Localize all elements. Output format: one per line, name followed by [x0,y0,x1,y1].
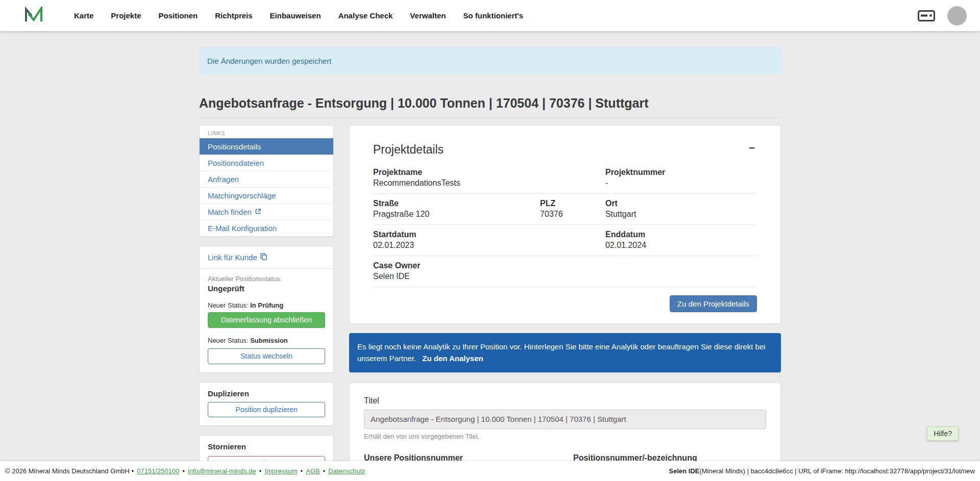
sidebar-item-match-finden[interactable]: Match finden [200,204,333,220]
new-status-2: Neuer Status: Submission [208,337,325,344]
project-details-title: Projektdetails [373,143,444,157]
nav-item-einbauweisen[interactable]: Einbauweisen [261,11,330,20]
external-link-icon [255,208,261,216]
startdatum-label: Startdatum [373,230,605,239]
startdatum-value: 02.01.2023 [373,241,605,250]
nav-item-positionen[interactable]: Positionen [150,11,207,20]
footer-left: © 2026 Mineral Minds Deutschland GmbH • … [5,467,366,475]
plz-label: PLZ [540,199,605,208]
sidebar-item-positionsdetails[interactable]: Positionsdetails [200,138,333,155]
enddatum-value: 02.01.2024 [605,241,757,250]
analytics-banner-text: Es liegt noch keine Analytik zu Ihrer Po… [357,342,766,363]
switch-status-button[interactable]: Status wechseln [208,348,325,364]
footer: © 2026 Mineral Minds Deutschland GmbH • … [0,461,980,481]
complete-data-entry-button[interactable]: Datenerfassung abschließen [208,312,325,328]
footer-phone-link[interactable]: 07151/250100 [137,467,179,475]
sidebar-item-email-konfiguration[interactable]: E-Mail Konfiguration [200,220,333,236]
user-avatar[interactable] [947,6,967,26]
page-body: Die Änderungen wurden gespeichert Angebo… [0,31,980,481]
duplicate-card: Duplizieren Position duplizieren [199,382,334,426]
cancel-title: Stornieren [208,442,325,451]
duplicate-position-button[interactable]: Position duplizieren [208,402,325,418]
field-row: Straße Pragstraße 120 PLZ 70376 Ort Stut… [373,194,757,225]
logo-icon [24,7,43,25]
page-title: Angebotsanfrage - Entsorgung | 10.000 To… [199,96,781,118]
projektname-value: RecommendationsTests [373,179,605,188]
nav-item-projekte[interactable]: Projekte [102,11,150,20]
analytics-banner: Es liegt noch keine Analytik zu Ihrer Po… [349,333,781,372]
navbar: Karte Projekte Positionen Richtpreis Ein… [0,0,980,31]
titel-label: Titel [364,396,766,406]
ort-label: Ort [605,199,757,208]
projektnummer-label: Projektnummer [605,168,757,177]
strasse-value: Pragstraße 120 [373,210,540,219]
nav-item-verwalten[interactable]: Verwalten [401,11,454,20]
collapse-button[interactable]: − [747,143,757,153]
footer-email-link[interactable]: info@mineral-minds.de [188,467,256,475]
divider [200,268,333,269]
footer-impressum-link[interactable]: Impressum [264,467,297,475]
sidebar-item-matchingvorschlaege[interactable]: Matchingvorschläge [200,187,333,204]
go-to-project-details-button[interactable]: Zu den Projektdetails [670,295,757,312]
customer-link[interactable]: Link für Kunde [208,253,267,262]
main-nav: Karte Projekte Positionen Richtpreis Ein… [65,11,532,20]
footer-copyright: © 2026 Mineral Minds Deutschland GmbH [5,467,130,475]
mineral-minds-logo[interactable] [24,7,43,25]
server-icon[interactable] [918,10,935,21]
current-status-value: Ungeprüft [208,284,325,293]
enddatum-label: Enddatum [605,230,757,239]
field-row: Case Owner Selen IDE [373,256,757,287]
analytics-link[interactable]: Zu den Analysen [422,354,483,363]
titel-help-text: Erhält den von uns vorgegebenen Titel. [364,433,766,440]
case-owner-value: Selen IDE [373,272,605,281]
sidebar-item-anfragen[interactable]: Anfragen [200,171,333,187]
saved-alert: Die Änderungen wurden gespeichert [199,47,781,74]
field-row: Projektname RecommendationsTests Projekt… [373,163,757,194]
sidebar: LINKS Positionsdetails Positionsdateien … [199,125,334,481]
links-header: LINKS [200,125,333,138]
copy-icon [260,253,267,262]
nav-item-richtpreis[interactable]: Richtpreis [206,11,261,20]
projektnummer-value: - [605,179,757,188]
sidebar-item-positionsdateien[interactable]: Positionsdateien [200,155,333,171]
nav-item-so-funktionierts[interactable]: So funktioniert's [454,11,532,20]
ort-value: Stuttgart [605,210,757,219]
footer-datenschutz-link[interactable]: Datenschutz [328,467,365,475]
titel-input [364,410,766,429]
current-status-label: Aktueller Positionsstatus: [208,275,325,283]
help-button[interactable]: Hilfe? [927,426,959,441]
project-details-card: Projektdetails − Projektname Recommendat… [349,125,781,324]
field-row: Startdatum 02.01.2023 Enddatum 02.01.202… [373,225,757,256]
links-card: LINKS Positionsdetails Positionsdateien … [199,125,334,237]
nav-item-analyse-check[interactable]: Analyse Check [330,11,402,20]
projektname-label: Projektname [373,168,605,177]
footer-agb-link[interactable]: AGB [306,467,320,475]
case-owner-label: Case Owner [373,261,605,270]
strasse-label: Straße [373,199,540,208]
plz-value: 70376 [540,210,605,219]
duplicate-title: Duplizieren [208,389,325,398]
footer-session-info: Selen IDE (Mineral Minds) | bacc4dc8e6cc… [669,467,975,475]
new-status-1: Neuer Status: In Prüfung [208,301,325,309]
saved-alert-text: Die Änderungen wurden gespeichert [207,57,332,65]
main-content: Projektdetails − Projektname Recommendat… [349,125,781,481]
nav-item-karte[interactable]: Karte [65,11,102,20]
status-card: Link für Kunde Aktueller Positionsstatus… [199,246,334,373]
